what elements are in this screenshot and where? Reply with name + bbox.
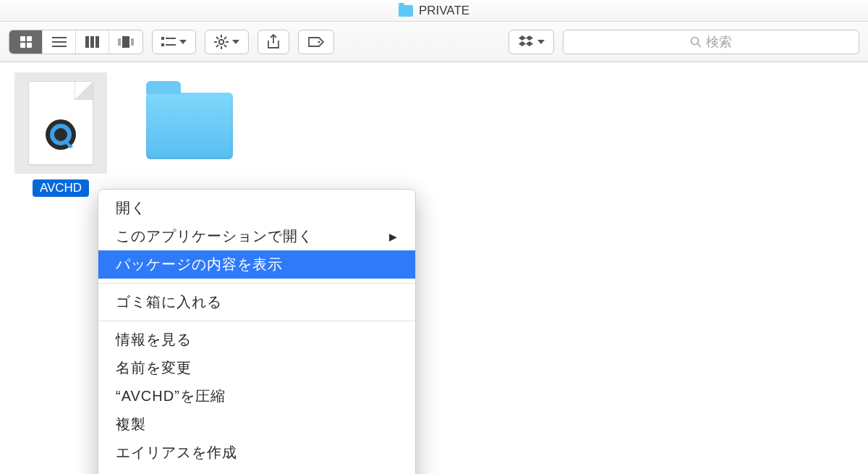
menu-item-get-info[interactable]: 情報を見る	[98, 326, 415, 354]
arrange-icon	[161, 36, 176, 48]
svg-line-24	[216, 45, 218, 47]
svg-rect-6	[52, 46, 67, 47]
menu-item-open-with[interactable]: このアプリケーションで開く▶	[98, 222, 415, 250]
svg-rect-5	[52, 41, 67, 43]
search-field[interactable]: 検索	[563, 30, 859, 54]
gear-icon	[214, 35, 229, 49]
file-label: AVCHD	[33, 179, 89, 197]
svg-rect-10	[118, 38, 121, 46]
chevron-down-icon	[537, 40, 545, 44]
tags-button[interactable]	[298, 30, 334, 54]
folder-icon	[146, 93, 233, 159]
grid-icon	[20, 35, 33, 48]
svg-rect-1	[27, 36, 32, 41]
quicktime-icon	[44, 118, 77, 151]
dropbox-button[interactable]	[509, 30, 554, 54]
icon-view-button[interactable]	[9, 30, 43, 54]
document-icon	[28, 81, 93, 165]
svg-rect-4	[52, 37, 67, 38]
menu-item-make-alias[interactable]: エイリアスを作成	[98, 439, 415, 467]
svg-rect-8	[90, 36, 94, 48]
file-item-selected[interactable]: AVCHD	[22, 72, 100, 197]
svg-point-26	[318, 41, 320, 43]
menu-item-duplicate[interactable]: 複製	[98, 410, 415, 439]
svg-rect-3	[27, 43, 32, 48]
folder-icon	[399, 5, 413, 17]
file-area: AVCHD 開く このアプリケーションで開く▶ パッケージの内容を表示 ゴミ箱に…	[0, 62, 868, 207]
search-icon	[690, 36, 702, 48]
submenu-arrow-icon: ▶	[389, 231, 398, 242]
menu-item-show-package-contents[interactable]: パッケージの内容を表示	[98, 250, 415, 279]
svg-line-23	[224, 45, 226, 47]
window-titlebar: PRIVATE	[0, 0, 868, 22]
chevron-down-icon	[179, 40, 187, 44]
svg-rect-9	[95, 36, 99, 48]
svg-point-17	[219, 39, 224, 43]
menu-item-quick-look[interactable]: “AVCHD”をクイックルック	[98, 467, 415, 474]
svg-rect-11	[122, 36, 129, 48]
tag-icon	[307, 36, 325, 48]
svg-rect-14	[166, 38, 176, 39]
svg-rect-7	[85, 36, 89, 48]
context-menu: 開く このアプリケーションで開く▶ パッケージの内容を表示 ゴミ箱に入れる 情報…	[98, 189, 416, 474]
window-title: PRIVATE	[419, 4, 469, 18]
svg-line-28	[698, 43, 702, 47]
svg-rect-12	[131, 38, 134, 46]
view-mode-segment	[9, 30, 143, 54]
svg-line-25	[224, 37, 226, 39]
toolbar: 検索	[0, 22, 868, 62]
svg-rect-15	[161, 43, 164, 46]
menu-item-open[interactable]: 開く	[98, 194, 415, 222]
menu-separator	[98, 283, 415, 284]
gallery-view-button[interactable]	[109, 30, 142, 54]
svg-rect-16	[166, 44, 176, 46]
list-icon	[52, 36, 67, 48]
svg-rect-0	[20, 36, 25, 41]
arrange-button[interactable]	[152, 30, 196, 54]
column-view-button[interactable]	[76, 30, 109, 54]
share-icon	[267, 34, 280, 50]
menu-separator	[98, 321, 415, 321]
action-button[interactable]	[205, 30, 249, 54]
svg-rect-2	[20, 43, 25, 48]
svg-line-22	[216, 37, 218, 39]
menu-item-compress[interactable]: “AVCHD”を圧縮	[98, 382, 415, 410]
svg-rect-13	[161, 37, 164, 40]
search-placeholder: 検索	[706, 33, 732, 51]
share-button[interactable]	[258, 30, 289, 54]
gallery-icon	[118, 36, 134, 48]
menu-item-move-to-trash[interactable]: ゴミ箱に入れる	[98, 288, 415, 316]
chevron-down-icon	[232, 40, 239, 44]
list-view-button[interactable]	[43, 30, 76, 54]
dropbox-icon	[518, 35, 534, 48]
file-item-folder[interactable]	[150, 93, 229, 159]
svg-point-27	[692, 37, 699, 44]
columns-icon	[85, 36, 100, 48]
menu-item-rename[interactable]: 名前を変更	[98, 354, 415, 382]
